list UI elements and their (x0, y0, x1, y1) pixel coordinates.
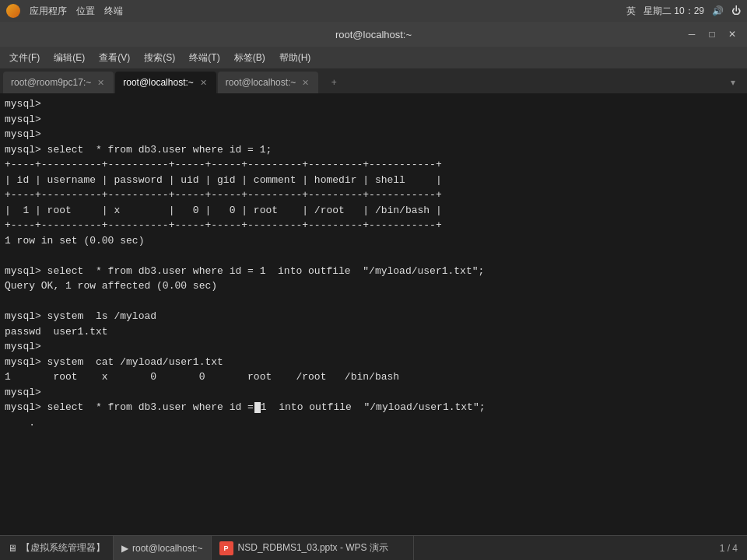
tab-1-close[interactable]: ✕ (96, 78, 106, 88)
title-bar: root@localhost:~ ─ □ ✕ (0, 22, 747, 47)
tab-bar: root@room9pc17:~ ✕ root@localhost:~ ✕ ro… (0, 68, 747, 93)
terminal-line-14 (5, 294, 742, 310)
system-bar: 应用程序 位置 终端 英 星期二 10：29 🔊 ⏻ (0, 0, 747, 22)
tab-3-close[interactable]: ✕ (300, 78, 310, 88)
terminal-line-2: mysql> (5, 112, 742, 128)
terminal-icon: ▶ (121, 543, 128, 554)
terminal-line-3: mysql> (5, 127, 742, 142)
terminal-line-13: Query OK, 1 row affected (0.00 sec) (5, 278, 742, 294)
taskbar-wps-label: NSD_RDBMS1_03.pptx - WPS 演示 (238, 541, 388, 555)
taskbar-system-manager[interactable]: 🖥 【虚拟系统管理器】 (0, 536, 114, 560)
terminal-line-5: +----+----------+----------+-----+-----+… (5, 157, 742, 173)
taskbar-wps[interactable]: P NSD_RDBMS1_03.pptx - WPS 演示 (212, 536, 414, 560)
terminal-line-18: mysql> system cat /myload/user1.txt (5, 355, 742, 370)
taskbar-terminal[interactable]: ▶ root@localhost:~ (114, 536, 212, 560)
terminal-line-1: mysql> (5, 96, 742, 112)
tab-3[interactable]: root@localhost:~ ✕ (218, 72, 319, 93)
terminal-line-dot1: . (5, 415, 742, 431)
terminal-line-cursor: mysql> select * from db3.user where id =… (5, 400, 742, 415)
close-button[interactable]: ✕ (724, 26, 741, 43)
minimize-button[interactable]: ─ (683, 26, 700, 43)
app-menu[interactable]: 应用程序 (30, 5, 67, 18)
taskbar: 🖥 【虚拟系统管理器】 ▶ root@localhost:~ P NSD_RDB… (0, 535, 747, 560)
taskbar-page-indicator: 1 / 4 (710, 543, 747, 554)
menu-help[interactable]: 帮助(H) (273, 50, 317, 66)
page-number: 1 / 4 (720, 543, 738, 554)
location-menu[interactable]: 位置 (76, 5, 95, 18)
terminal-line-blank (5, 430, 742, 446)
terminal-line-8: | 1 | root | x | 0 | 0 | root | /root | … (5, 203, 742, 219)
tab-2-label: root@localhost:~ (123, 77, 194, 88)
tab-2[interactable]: root@localhost:~ ✕ (115, 72, 216, 93)
terminal-line-6: | id | username | password | uid | gid |… (5, 173, 742, 188)
terminal-line-10: 1 row in set (0.00 sec) (5, 233, 742, 249)
tab-1[interactable]: root@room9pc17:~ ✕ (3, 72, 114, 93)
terminal-line-17: mysql> (5, 339, 742, 355)
terminal-sys-menu[interactable]: 终端 (104, 5, 123, 18)
title-bar-buttons: ─ □ ✕ (683, 26, 741, 43)
menu-terminal[interactable]: 终端(T) (183, 50, 226, 66)
wps-icon: P (219, 541, 233, 555)
tab-1-label: root@room9pc17:~ (11, 77, 91, 88)
tab-3-label: root@localhost:~ (226, 77, 296, 88)
menu-bar: 文件(F) 编辑(E) 查看(V) 搜索(S) 终端(T) 标签(B) 帮助(H… (0, 47, 747, 68)
terminal-line-11 (5, 248, 742, 264)
volume-icon[interactable]: 🔊 (712, 5, 724, 16)
maximize-button[interactable]: □ (703, 26, 721, 43)
terminal-line-20: mysql> (5, 385, 742, 401)
taskbar-system-manager-label: 【虚拟系统管理器】 (21, 541, 105, 555)
terminal-line-16: passwd user1.txt (5, 324, 742, 340)
menu-view[interactable]: 查看(V) (93, 50, 136, 66)
language-indicator[interactable]: 英 (626, 5, 636, 18)
tab-dropdown-button[interactable]: ▾ (722, 72, 744, 93)
datetime-display: 星期二 10：29 (644, 5, 704, 18)
terminal-line-15: mysql> system ls /myload (5, 309, 742, 324)
terminal-line-19: 1 root x 0 0 root /root /bin/bash (5, 369, 742, 385)
terminal-line-9: +----+----------+----------+-----+-----+… (5, 218, 742, 233)
menu-search[interactable]: 搜索(S) (138, 50, 181, 66)
terminal-line-4: mysql> select * from db3.user where id =… (5, 142, 742, 158)
app-icon (6, 4, 20, 18)
terminal-line-12: mysql> select * from db3.user where id =… (5, 264, 742, 279)
tab-2-close[interactable]: ✕ (198, 78, 209, 88)
terminal-area[interactable]: mysql> mysql> mysql> mysql> select * fro… (0, 93, 747, 535)
taskbar-terminal-label: root@localhost:~ (132, 543, 203, 554)
monitor-icon: 🖥 (8, 543, 17, 554)
window-title: root@localhost:~ (335, 29, 412, 40)
system-bar-right: 英 星期二 10：29 🔊 ⏻ (626, 5, 741, 18)
menu-tabs[interactable]: 标签(B) (228, 50, 272, 66)
system-bar-left: 应用程序 位置 终端 (6, 4, 123, 18)
menu-file[interactable]: 文件(F) (3, 50, 46, 66)
power-icon[interactable]: ⏻ (731, 5, 741, 16)
new-tab-button[interactable]: + (323, 72, 345, 93)
terminal-line-7: +----+----------+----------+-----+-----+… (5, 187, 742, 203)
cursor (254, 402, 261, 413)
menu-edit[interactable]: 编辑(E) (47, 50, 91, 66)
